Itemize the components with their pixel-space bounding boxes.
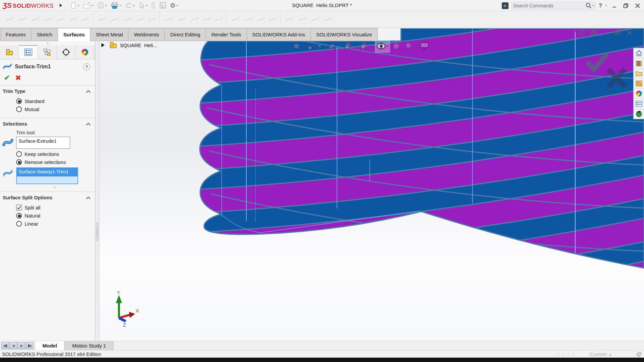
new-document-button[interactable]	[68, 1, 81, 10]
document-tab[interactable]: Model	[35, 341, 65, 350]
help-button[interactable]: ?	[599, 2, 602, 9]
checkbox-split-all[interactable]: Split all	[16, 205, 95, 210]
command-tab[interactable]: SOLIDWORKS Visualize	[311, 28, 378, 41]
doc-window-icon-b[interactable]	[590, 30, 598, 36]
display-style-icon[interactable]	[359, 41, 369, 51]
command-tab[interactable]: Features	[0, 28, 31, 41]
radio-keep-selections[interactable]: Keep selections	[16, 151, 95, 157]
group-trim-type-header[interactable]: Trim Type	[0, 86, 95, 96]
help-caret-icon[interactable]	[605, 5, 607, 7]
tab-appearances[interactable]	[634, 89, 644, 99]
pm-ok-button[interactable]: ✔	[4, 74, 10, 82]
collapse-chevron-icon[interactable]	[86, 196, 91, 199]
tag-icon[interactable]	[635, 351, 642, 358]
save-button[interactable]	[96, 1, 108, 10]
display-style-caret-icon[interactable]	[371, 45, 373, 48]
group-selections-header[interactable]: Selections	[0, 118, 95, 129]
open-button[interactable]	[82, 1, 95, 10]
radio-mutual[interactable]: Mutual	[16, 106, 95, 112]
view-orientation-icon[interactable]	[343, 41, 353, 51]
search-icon[interactable]	[585, 2, 592, 9]
undo-button[interactable]	[124, 1, 136, 10]
collapse-chevron-icon[interactable]	[86, 90, 91, 93]
pm-help-button[interactable]: ?	[83, 63, 90, 70]
file-properties-button[interactable]	[158, 1, 167, 10]
select-button[interactable]	[137, 1, 149, 10]
doc-restore-icon[interactable]	[614, 30, 622, 36]
login-icon[interactable]: »	[502, 2, 509, 9]
view-orientation-caret-icon[interactable]	[355, 45, 357, 48]
last-tab-button[interactable]	[26, 342, 33, 349]
command-tab[interactable]: Sketch	[31, 28, 58, 41]
command-tab[interactable]: SOLIDWORKS Add-Ins	[247, 28, 311, 41]
previous-view-icon[interactable]	[315, 41, 325, 51]
panel-splitter[interactable]	[95, 41, 99, 341]
radio-standard[interactable]: Standard	[16, 98, 95, 104]
radio-remove-selections[interactable]: Remove selections	[16, 159, 95, 165]
apply-scene-caret-icon[interactable]	[415, 45, 418, 48]
first-tab-button[interactable]	[1, 342, 9, 349]
print-button[interactable]	[110, 1, 122, 10]
search-caret-icon[interactable]	[592, 5, 594, 7]
pieces-to-remove-list[interactable]: Surface-Sweep1-Trim1	[16, 167, 78, 184]
tab-property-manager[interactable]	[19, 45, 38, 59]
document-tab[interactable]: Motion Study 1	[65, 341, 114, 350]
new-caret-icon[interactable]	[78, 5, 80, 7]
hide-show-caret-icon[interactable]	[386, 45, 389, 48]
command-tab[interactable]: Surfaces	[58, 28, 90, 41]
tree-expand-icon[interactable]	[101, 43, 106, 47]
pm-cancel-button[interactable]: ✖	[16, 74, 21, 82]
tab-configuration-manager[interactable]	[38, 45, 57, 59]
radio-linear[interactable]: Linear	[16, 221, 95, 227]
tab-custom-properties[interactable]	[634, 99, 644, 109]
tab-display-manager[interactable]	[75, 45, 94, 59]
zoom-to-area-icon[interactable]	[303, 41, 313, 51]
doc-window-icon-a[interactable]	[578, 30, 586, 36]
save-caret-icon[interactable]	[105, 5, 107, 7]
trim-tool-input[interactable]: Surface-Extrude1	[16, 137, 70, 149]
tab-design-library[interactable]	[634, 58, 644, 68]
list-item-selected[interactable]: Surface-Sweep1-Trim1	[17, 168, 78, 176]
command-tab[interactable]: Render Tools	[206, 28, 247, 41]
model-3d[interactable]	[99, 28, 644, 341]
tab-learning-resources[interactable]	[634, 109, 644, 119]
undo-caret-icon[interactable]	[133, 5, 135, 7]
group-split-options-header[interactable]: Surface Split Options	[0, 192, 95, 202]
splitter-handle[interactable]	[96, 222, 98, 241]
command-tab[interactable]: Sheet Metal	[90, 28, 128, 41]
units-caret-icon[interactable]	[609, 353, 612, 356]
zoom-to-fit-icon[interactable]	[292, 41, 302, 51]
collapse-chevron-icon[interactable]	[86, 123, 91, 126]
menu-flyout-arrow-icon[interactable]	[60, 4, 64, 7]
minimize-button[interactable]	[610, 3, 618, 8]
next-tab-button[interactable]	[18, 342, 25, 349]
hide-show-items-button[interactable]	[375, 40, 390, 53]
view-settings-icon[interactable]	[420, 41, 430, 51]
edit-appearance-icon[interactable]	[392, 41, 402, 51]
options-caret-icon[interactable]	[176, 5, 178, 7]
open-caret-icon[interactable]	[92, 5, 94, 7]
radio-natural[interactable]: Natural	[16, 213, 95, 219]
options-button[interactable]: ⚙	[169, 1, 179, 10]
tab-feature-manager[interactable]	[0, 45, 19, 59]
list-resize-grip[interactable]	[0, 186, 95, 188]
panel-grip[interactable]	[0, 41, 95, 45]
tab-solidworks-resources[interactable]	[634, 48, 644, 58]
units-dropdown[interactable]: Custom	[589, 351, 607, 357]
apply-scene-icon[interactable]	[403, 41, 413, 51]
graphics-area[interactable]: SQUARE Heli...	[99, 28, 644, 341]
rebuild-button[interactable]	[150, 1, 157, 10]
select-caret-icon[interactable]	[146, 5, 148, 7]
doc-minimize-icon[interactable]	[602, 30, 610, 36]
doc-close-icon[interactable]	[626, 30, 634, 36]
tab-dimxpert-manager[interactable]	[57, 45, 75, 59]
print-caret-icon[interactable]	[119, 5, 121, 7]
close-button[interactable]	[633, 3, 642, 8]
restore-button[interactable]	[621, 3, 630, 8]
section-view-icon[interactable]	[327, 41, 337, 51]
search-input[interactable]	[513, 3, 585, 8]
tab-file-explorer[interactable]	[634, 68, 644, 78]
tree-root-label[interactable]: SQUARE Heli...	[120, 42, 157, 48]
previous-tab-button[interactable]	[9, 342, 17, 349]
tab-view-palette[interactable]	[634, 78, 644, 89]
